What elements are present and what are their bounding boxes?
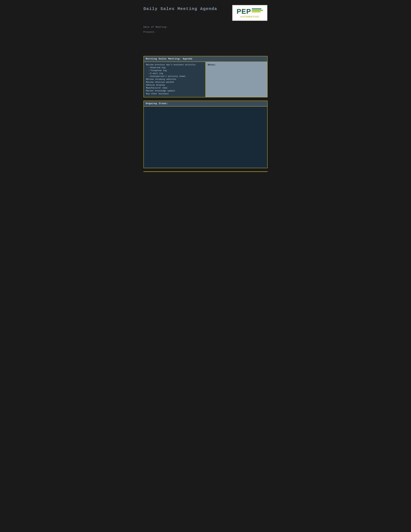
spacer <box>143 37 268 56</box>
swoosh-line-3 <box>252 11 261 12</box>
swoosh-line-2 <box>252 10 263 11</box>
agenda-intro: Review previous day's business activity: <box>146 64 203 66</box>
main-item-0: Review incoming vehicles <box>146 78 203 80</box>
main-item-3: Manufacturer news <box>146 87 203 89</box>
sub-item-showroom: »Showroom log <box>146 66 203 69</box>
morning-section-header: Morning Sales Meeting: Agenda <box>144 56 267 62</box>
page: Daily Sales Meeting Agenda PEP AUTOMOTIV… <box>137 0 274 178</box>
ongoing-section-body <box>144 106 267 168</box>
main-item-5: Any other business <box>146 93 203 95</box>
ongoing-section-header: Ongoing Items: <box>144 101 267 106</box>
bottom-border <box>143 171 268 172</box>
bullet-arrow-4: » <box>149 76 150 77</box>
bullet-arrow-2: » <box>149 70 150 72</box>
sub-item-salesperson: »Salesperson's activity sheet <box>146 75 203 77</box>
morning-section-body: Review previous day's business activity:… <box>144 62 267 97</box>
bullet-arrow-1: » <box>149 67 150 69</box>
ongoing-section: Ongoing Items: <box>143 101 268 168</box>
header: Daily Sales Meeting Agenda PEP AUTOMOTIV… <box>143 5 268 21</box>
logo-box: PEP AUTOMOTIVE <box>232 5 268 21</box>
sub-item-telephone: »Telephone log <box>146 69 203 72</box>
date-label: Date of Meeting: <box>143 26 268 28</box>
logo-swoosh <box>252 8 263 13</box>
sub-item-email: »E-mail log <box>146 72 203 75</box>
logo-pep-row: PEP <box>237 8 263 15</box>
main-item-4: Market knowledge update <box>146 90 203 92</box>
meta-section: Date of Meeting: Present: <box>143 26 268 33</box>
morning-section: Morning Sales Meeting: Agenda Review pre… <box>143 56 268 97</box>
agenda-column: Review previous day's business activity:… <box>144 62 206 97</box>
swoosh-line-1 <box>252 8 262 9</box>
logo-pep-text: PEP <box>237 8 251 15</box>
logo-automotive-text: AUTOMOTIVE <box>241 16 259 18</box>
present-label: Present: <box>143 31 268 33</box>
notes-label: Notes: <box>208 64 265 66</box>
main-item-2: Vehicle display <box>146 84 203 86</box>
bullet-arrow-3: » <box>149 73 150 75</box>
page-title: Daily Sales Meeting Agenda <box>143 6 217 11</box>
main-item-1: Review vehicles wanted <box>146 81 203 83</box>
notes-column: Notes: <box>206 62 267 97</box>
